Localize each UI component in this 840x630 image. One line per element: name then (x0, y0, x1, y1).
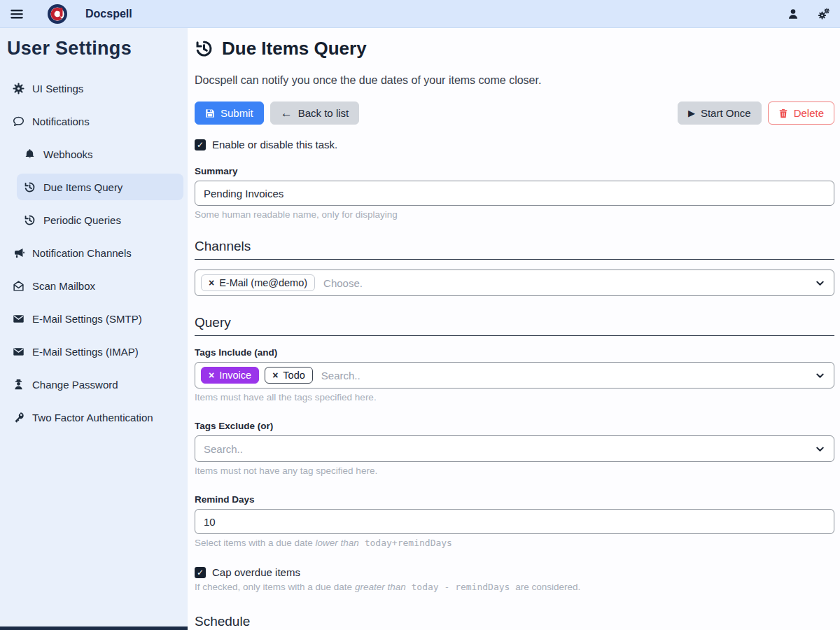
gear-icon (13, 83, 24, 94)
tag-chip-invoice[interactable]: × Invoice (201, 367, 259, 384)
trash-icon (778, 108, 788, 118)
top-navbar: Docspell (0, 0, 840, 28)
start-once-label: Start Once (701, 107, 751, 119)
save-icon (205, 108, 215, 118)
channel-chip-label: E-Mail (me@demo) (219, 277, 307, 288)
hamburger-menu-icon[interactable] (10, 7, 24, 21)
summary-input[interactable] (195, 181, 834, 206)
remind-days-label: Remind Days (195, 494, 834, 505)
sidebar-item-label: Periodic Queries (43, 214, 121, 226)
sidebar-item-label: Scan Mailbox (32, 280, 95, 292)
remind-days-help: Select items with a due date lower than … (195, 538, 834, 548)
tags-exclude-label: Tags Exclude (or) (195, 421, 834, 431)
sidebar-item-scan-mailbox[interactable]: Scan Mailbox (6, 272, 183, 299)
sidebar-item-ui-settings[interactable]: UI Settings (6, 75, 183, 102)
key-icon (13, 412, 24, 424)
schedule-section-heading: Schedule (195, 614, 834, 630)
sidebar-item-change-password[interactable]: Change Password (6, 371, 183, 398)
page-title: Due Items Query (222, 38, 367, 59)
sidebar-item-label: E-Mail Settings (IMAP) (32, 346, 139, 358)
tags-include-help: Items must have all the tags specified h… (195, 392, 834, 402)
summary-help: Some human readable name, only for displ… (195, 209, 834, 220)
page-description: Docspell can notify you once the due dat… (195, 74, 834, 87)
chevron-down-icon[interactable] (815, 370, 825, 381)
sidebar-item-due-items-query[interactable]: Due Items Query (17, 174, 183, 200)
sidebar-item-label: UI Settings (32, 83, 83, 94)
sidebar-item-label: Due Items Query (43, 181, 122, 193)
sidebar-footer-bar (0, 626, 188, 630)
sidebar-item-label: E-Mail Settings (SMTP) (32, 313, 142, 325)
enable-task-label: Enable or disable this task. (212, 139, 337, 150)
sidebar: User Settings UI Settings Notifications (0, 28, 188, 630)
submit-button[interactable]: Submit (195, 102, 264, 125)
bell-icon (24, 148, 36, 160)
sidebar-item-webhooks[interactable]: Webhooks (17, 141, 183, 167)
enable-task-checkbox-row[interactable]: ✓ Enable or disable this task. (195, 139, 834, 150)
sidebar-item-periodic-queries[interactable]: Periodic Queries (17, 206, 183, 233)
channel-chip[interactable]: × E-Mail (me@demo) (201, 274, 315, 291)
submit-button-label: Submit (220, 107, 253, 119)
sidebar-item-label: Change Password (32, 379, 118, 391)
checkbox-checked-icon[interactable]: ✓ (195, 567, 206, 578)
channels-select[interactable]: × E-Mail (me@demo) Choose. (195, 270, 834, 296)
start-once-button[interactable]: ▶ Start Once (678, 102, 762, 125)
sidebar-item-two-factor-auth[interactable]: Two Factor Authentication (6, 404, 183, 430)
chevron-down-icon[interactable] (815, 444, 825, 454)
envelope-open-icon (13, 280, 24, 292)
remove-chip-icon[interactable]: × (209, 278, 214, 288)
tag-chip-label: Invoice (219, 370, 251, 381)
sidebar-item-notification-channels[interactable]: Notification Channels (6, 239, 183, 266)
checkbox-checked-icon[interactable]: ✓ (195, 139, 206, 150)
remove-chip-icon[interactable]: × (209, 370, 214, 380)
tag-chip-label: Todo (283, 370, 304, 381)
cap-overdue-help: If checked, only items with a due date g… (195, 582, 834, 592)
comment-icon (13, 115, 24, 127)
main-content: Due Items Query Docspell can notify you … (188, 28, 840, 630)
user-account-icon[interactable] (787, 8, 799, 20)
tags-include-placeholder: Search.. (321, 370, 360, 382)
envelope-icon (13, 313, 24, 325)
delete-button[interactable]: Delete (768, 102, 834, 125)
chevron-down-icon[interactable] (815, 278, 825, 288)
arrow-left-icon: ← (281, 107, 293, 119)
channels-placeholder: Choose. (323, 277, 363, 289)
delete-button-label: Delete (794, 107, 824, 119)
summary-label: Summary (195, 166, 834, 176)
history-icon (24, 214, 36, 226)
channels-section-heading: Channels (195, 239, 834, 260)
remind-days-input[interactable] (195, 509, 834, 534)
sidebar-item-label: Webhooks (43, 148, 93, 160)
settings-cogs-icon[interactable] (818, 8, 830, 20)
cap-overdue-checkbox-row[interactable]: ✓ Cap overdue items (195, 566, 834, 578)
tags-exclude-placeholder: Search.. (204, 443, 243, 455)
brand-name[interactable]: Docspell (85, 8, 132, 20)
play-icon: ▶ (688, 108, 695, 118)
history-icon (195, 39, 214, 58)
tags-include-select[interactable]: × Invoice × Todo Search.. (195, 362, 834, 388)
sidebar-item-email-settings-smtp[interactable]: E-Mail Settings (SMTP) (6, 305, 183, 332)
sidebar-item-label: Two Factor Authentication (32, 412, 153, 424)
tags-exclude-select[interactable]: Search.. (195, 435, 834, 462)
cap-overdue-label: Cap overdue items (212, 566, 300, 578)
sidebar-item-label: Notification Channels (32, 247, 132, 259)
envelope-icon (13, 346, 24, 358)
tags-exclude-help: Items must not have any tag specified he… (195, 465, 834, 476)
sidebar-item-email-settings-imap[interactable]: E-Mail Settings (IMAP) (6, 338, 183, 365)
sidebar-title: User Settings (6, 35, 183, 59)
history-icon (24, 181, 36, 193)
remove-chip-icon[interactable]: × (272, 370, 278, 380)
back-button-label: Back to list (298, 107, 349, 119)
sidebar-item-notifications[interactable]: Notifications (6, 108, 183, 134)
tags-include-label: Tags Include (and) (195, 347, 834, 358)
back-to-list-button[interactable]: ← Back to list (270, 102, 360, 125)
bullhorn-icon (13, 247, 24, 259)
tag-chip-todo[interactable]: × Todo (265, 367, 313, 384)
user-secret-icon (13, 379, 24, 391)
docspell-logo-icon[interactable] (48, 4, 67, 24)
query-section-heading: Query (195, 315, 834, 336)
sidebar-item-label: Notifications (32, 115, 90, 127)
